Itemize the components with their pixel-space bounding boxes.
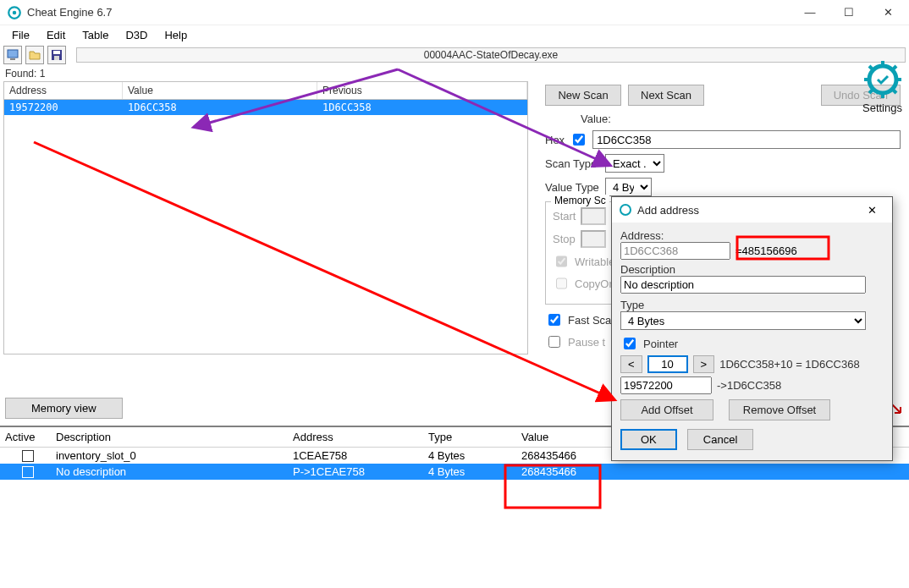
scantype-select[interactable]: Exact ... [605,154,664,173]
col-value[interactable]: Value [123,82,317,99]
valtype-select[interactable]: 4 Byt [605,178,652,196]
process-name-label: 00004AAC-StateOfDecay.exe [424,49,559,61]
menu-file[interactable]: File [3,27,38,43]
svg-rect-3 [10,58,15,60]
process-progress: 00004AAC-StateOfDecay.exe [76,47,906,63]
svg-rect-6 [54,56,59,60]
hex-label: Hex [545,134,565,146]
svg-point-1 [13,10,17,14]
new-scan-button[interactable]: New Scan [545,85,621,106]
cancel-button[interactable]: Cancel [687,429,753,450]
valtype-label: Value Type [545,181,600,194]
svg-point-18 [620,205,631,215]
offset-decrement-button[interactable]: < [620,355,642,373]
memopt-label: Memory Sc [551,195,609,206]
found-count: Found: 1 [0,66,909,81]
base-address-input[interactable] [620,376,712,394]
writable-label: Writable [575,256,614,268]
maximize-button[interactable]: ☐ [829,0,868,25]
svg-rect-2 [8,50,18,58]
result-value: 1D6CC358 [123,100,317,115]
save-button[interactable] [47,46,66,64]
description-input[interactable] [620,276,866,294]
result-previous: 1D6CC358 [317,100,527,115]
start-input [581,207,606,225]
menu-table[interactable]: Table [74,27,117,43]
app-icon [7,5,22,20]
row-type: 4 Bytes [428,449,521,462]
folder-open-icon [29,49,41,61]
floppy-icon [51,49,63,61]
scan-result-row[interactable]: 19572200 1D6CC358 1D6CC358 [4,100,527,115]
minimize-button[interactable]: — [791,0,829,25]
col-address[interactable]: Address [4,82,123,99]
col-previous[interactable]: Previous [317,82,527,99]
pause-checkbox[interactable] [548,336,560,348]
settings-area[interactable]: Settings [859,59,906,114]
row-addr: 1CEAE758 [293,449,428,462]
menu-bar: File Edit Table D3D Help [0,25,909,44]
menu-d3d[interactable]: D3D [117,27,156,43]
open-file-button[interactable] [25,46,44,64]
scan-results-header: Address Value Previous [4,82,527,100]
next-scan-button[interactable]: Next Scan [628,85,704,106]
pointer-checkbox[interactable] [624,338,636,349]
remove-offset-button[interactable]: Remove Offset [729,399,830,420]
scantype-label: Scan Type [545,157,600,170]
start-label: Start [553,210,576,223]
type-label: Type [620,299,884,311]
toolbar: 00004AAC-StateOfDecay.exe [0,44,909,66]
writable-checkbox [556,256,567,267]
dialog-title-bar[interactable]: Add address ✕ [612,197,892,223]
cow-checkbox [556,278,567,289]
value-input[interactable] [592,130,901,149]
svg-line-12 [869,66,874,71]
offset-increment-button[interactable]: > [693,355,715,373]
stop-input [581,230,606,248]
menu-edit[interactable]: Edit [38,27,74,43]
fastscan-checkbox[interactable] [548,314,560,326]
row-addr: P->1CEAE758 [293,465,428,478]
row-desc: inventory_slot_0 [56,449,293,462]
address-list-row[interactable]: No description P->1CEAE758 4 Bytes 26843… [0,464,909,480]
active-checkbox[interactable] [22,466,34,478]
settings-label[interactable]: Settings [859,102,906,114]
offset-input[interactable] [647,355,688,373]
address-resolved: =485156696 [735,245,797,257]
memory-view-button[interactable]: Memory view [5,398,123,419]
open-process-button[interactable] [3,46,22,64]
base-resolved: ->1D6CC358 [717,379,781,392]
svg-line-13 [891,88,896,93]
dialog-title: Add address [637,204,853,217]
hex-checkbox[interactable] [573,134,585,146]
scan-results-list[interactable]: Address Value Previous 19572200 1D6CC358… [3,81,528,354]
row-value: 268435466 [521,465,904,478]
result-address: 19572200 [4,100,123,115]
close-button[interactable]: ✕ [868,0,907,25]
app-icon [619,203,632,217]
memory-scan-options: Memory Sc Start Stop Writable CopyOn [545,201,621,305]
col-type[interactable]: Type [423,427,516,447]
menu-help[interactable]: Help [156,27,196,43]
address-label: Address: [620,229,884,242]
gear-icon [862,59,903,100]
monitor-icon [7,49,19,61]
row-desc: No description [56,465,293,478]
address-input[interactable] [620,242,730,260]
pause-label: Pause t [568,336,605,349]
active-checkbox[interactable] [22,450,34,462]
svg-rect-5 [53,51,60,54]
col-addr[interactable]: Address [288,427,423,447]
dialog-close-button[interactable]: ✕ [853,197,890,223]
col-desc[interactable]: Description [51,427,288,447]
add-offset-button[interactable]: Add Offset [620,399,713,420]
col-active[interactable]: Active [0,427,51,447]
type-select[interactable]: 4 Bytes [620,311,866,330]
value-label: Value: [581,113,611,125]
svg-line-15 [869,88,874,93]
offset-resolved: 1D6CC358+10 = 1D6CC368 [719,358,860,371]
fastscan-label: Fast Scan [568,314,618,327]
ok-button[interactable]: OK [620,429,677,450]
add-address-dialog: Add address ✕ Address: =485156696 Descri… [611,196,893,461]
window-title: Cheat Engine 6.7 [27,6,791,19]
